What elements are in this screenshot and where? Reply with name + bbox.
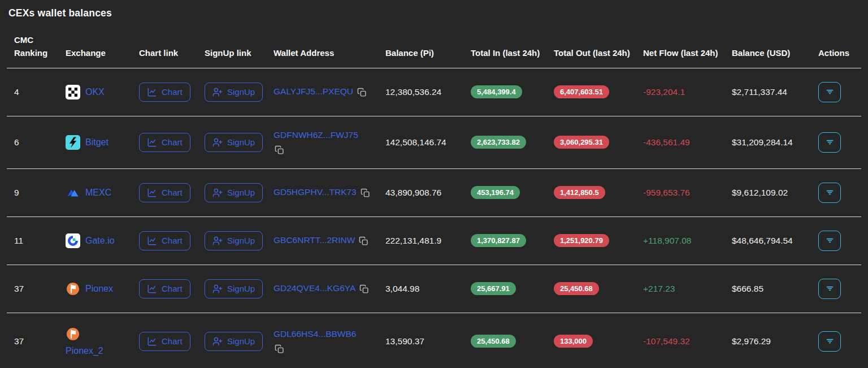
net-flow-cell: -107,549.32 — [643, 313, 732, 368]
copy-address-button[interactable] — [359, 284, 369, 294]
wallet-address-cell: GD5HGPHV...TRK73 — [274, 168, 385, 217]
signup-link-cell: SignUp — [205, 313, 274, 368]
table-row: 4 OKX Chart SignUp GALYJFJ5...PXEQU 12,3… — [7, 68, 861, 116]
copy-address-button[interactable] — [361, 188, 370, 198]
pionex-logo-icon — [66, 327, 80, 341]
balance-usd-cell: $666.85 — [732, 265, 818, 313]
exchange-link[interactable]: Pionex — [85, 284, 113, 294]
filter-icon — [825, 236, 835, 245]
col-balance-usd: Balance (USD) — [732, 33, 818, 68]
chart-link-cell: Chart — [139, 168, 205, 217]
copy-icon — [359, 284, 369, 294]
exchange-link[interactable]: OKX — [85, 87, 105, 97]
user-plus-icon — [212, 284, 223, 294]
user-plus-icon — [212, 137, 223, 148]
total-in-cell: 1,370,827.87 — [471, 217, 554, 265]
copy-icon — [361, 188, 370, 198]
signup-button[interactable]: SignUp — [205, 231, 263, 250]
total-in-badge: 2,623,733.82 — [471, 136, 526, 149]
filter-icon — [825, 284, 835, 293]
signup-button[interactable]: SignUp — [205, 183, 263, 202]
total-out-cell: 6,407,603.51 — [554, 68, 643, 116]
total-out-badge: 133,000 — [554, 335, 593, 348]
chart-button[interactable]: Chart — [139, 231, 190, 250]
balance-usd-cell: $2,711,337.44 — [732, 68, 818, 116]
wallet-address-cell: GBC6NRTT...2RINW — [274, 217, 385, 265]
total-out-badge: 1,251,920.79 — [554, 234, 609, 247]
col-balance-pi: Balance (Pi) — [385, 33, 471, 68]
wallet-address-cell: GDFNWH6Z...FWJ75 — [274, 116, 385, 168]
row-actions-button[interactable] — [818, 231, 841, 251]
balance-pi-cell: 12,380,536.24 — [385, 68, 471, 116]
wallet-address-link[interactable]: GD5HGPHV...TRK73 — [274, 187, 357, 197]
signup-button[interactable]: SignUp — [205, 83, 263, 102]
total-in-cell: 25,667.91 — [471, 265, 554, 313]
row-actions-button[interactable] — [818, 132, 841, 153]
chart-button[interactable]: Chart — [139, 279, 190, 298]
filter-icon — [825, 87, 835, 97]
chart-button[interactable]: Chart — [139, 332, 190, 351]
wallet-address-link[interactable]: GDFNWH6Z...FWJ75 — [274, 130, 358, 140]
balance-usd-cell: $9,612,109.02 — [732, 168, 818, 217]
row-actions-button[interactable] — [818, 331, 841, 352]
total-out-cell: 25,450.68 — [554, 265, 643, 313]
exchange-link[interactable]: Bitget — [85, 137, 108, 148]
exchange: OKX — [66, 85, 133, 99]
actions-cell — [818, 168, 861, 217]
total-in-badge: 25,667.91 — [471, 282, 516, 295]
wallet-address-link[interactable]: GBC6NRTT...2RINW — [274, 235, 355, 245]
total-out-badge: 1,412,850.5 — [554, 186, 605, 199]
copy-address-button[interactable] — [275, 344, 284, 354]
balance-pi-cell: 3,044.98 — [385, 265, 471, 313]
row-actions-button[interactable] — [818, 279, 841, 299]
exchange-link[interactable]: Gate.io — [85, 236, 115, 246]
signup-button[interactable]: SignUp — [205, 332, 263, 351]
col-signup-link: SignUp link — [205, 33, 274, 68]
net-flow-value: -107,549.32 — [643, 336, 690, 346]
signup-button[interactable]: SignUp — [205, 133, 263, 152]
chart-button[interactable]: Chart — [139, 183, 190, 202]
balance-pi-cell: 222,131,481.9 — [385, 217, 471, 265]
copy-address-button[interactable] — [357, 88, 367, 97]
chart-button[interactable]: Chart — [139, 133, 190, 152]
exchange-link[interactable]: MEXC — [85, 188, 111, 198]
copy-address-button[interactable] — [359, 236, 368, 246]
signup-button-label: SignUp — [227, 236, 255, 245]
wallet-address-link[interactable]: GD24QVE4...KG6YA — [274, 283, 355, 293]
signup-link-cell: SignUp — [205, 68, 274, 116]
chart-line-icon — [147, 188, 157, 198]
exchange-cell: MEXC — [66, 168, 139, 217]
cmc-ranking-cell: 4 — [7, 68, 66, 116]
row-actions-button[interactable] — [818, 183, 841, 203]
chart-button[interactable]: Chart — [139, 83, 190, 102]
okx-logo-icon — [66, 85, 80, 99]
user-plus-icon — [212, 188, 223, 198]
total-in-cell: 25,450.68 — [471, 313, 554, 368]
wallet-address-cell: GALYJFJ5...PXEQU — [274, 68, 385, 116]
exchange-cell: Gate.io — [66, 217, 139, 265]
exchange-link[interactable]: Pionex_2 — [66, 346, 103, 356]
table-row: 9 MEXC Chart SignUp GD5HGPHV...TRK73 43,… — [7, 168, 861, 217]
total-out-badge: 25,450.68 — [554, 282, 599, 295]
chart-link-cell: Chart — [139, 68, 205, 116]
signup-button[interactable]: SignUp — [205, 279, 263, 298]
cmc-ranking-cell: 11 — [7, 217, 66, 265]
copy-address-button[interactable] — [275, 145, 284, 155]
total-in-cell: 453,196.74 — [471, 168, 554, 217]
wallet-address-link[interactable]: GDL66HS4...BBWB6 — [274, 329, 356, 339]
balance-pi-cell: 13,590.37 — [385, 313, 471, 368]
table-body: 4 OKX Chart SignUp GALYJFJ5...PXEQU 12,3… — [7, 68, 861, 368]
mexc-logo-icon — [66, 185, 80, 200]
cex-balances-page: CEXs wallet balances CMC Ranking Exchang… — [0, 0, 868, 368]
wallet-address-link[interactable]: GALYJFJ5...PXEQU — [274, 86, 353, 96]
net-flow-value: +118,907.08 — [643, 236, 691, 245]
exchange-cell: Pionex — [66, 265, 139, 313]
total-out-cell: 1,412,850.5 — [554, 168, 643, 217]
user-plus-icon — [212, 336, 223, 347]
exchange: Pionex — [66, 282, 133, 296]
total-out-cell: 133,000 — [554, 313, 643, 368]
chart-line-icon — [147, 137, 157, 148]
row-actions-button[interactable] — [818, 82, 841, 102]
chart-button-label: Chart — [162, 87, 183, 97]
net-flow-cell: -959,653.76 — [643, 168, 732, 217]
